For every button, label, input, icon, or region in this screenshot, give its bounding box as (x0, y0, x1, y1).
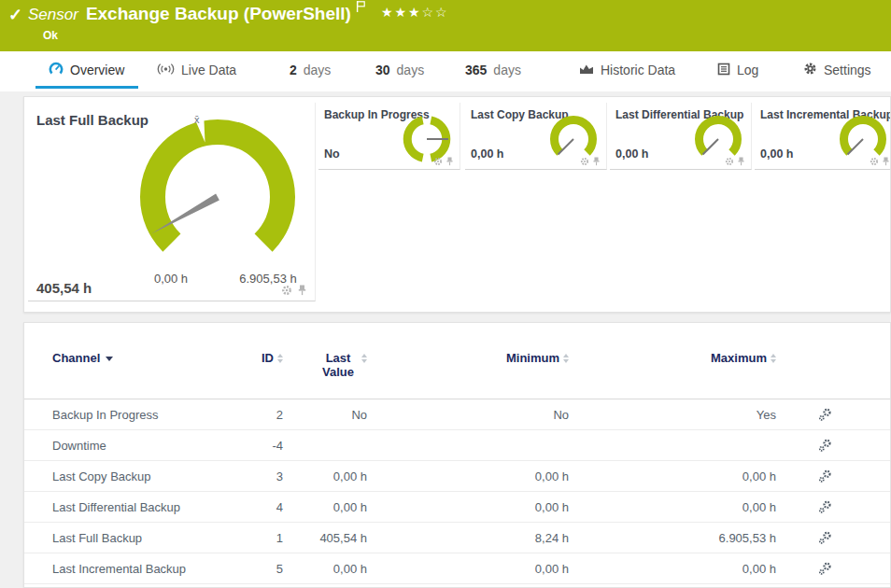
gear-icon[interactable] (281, 285, 292, 296)
channel-maximum: 0,00 h (569, 562, 776, 576)
active-tab-indicator (35, 86, 138, 89)
pin-icon[interactable] (297, 285, 307, 296)
channel-maximum: 0,00 h (569, 469, 776, 483)
channel-last-value: 0,00 h (283, 469, 367, 483)
channel-last-value: No (283, 408, 367, 422)
gauge-panel-last-incremental-backup[interactable]: Last Incremental Backup 0,00 h (755, 103, 891, 170)
column-label: Maximum (711, 351, 767, 365)
channel-id: 2 (236, 408, 283, 422)
pin-icon[interactable] (882, 157, 890, 166)
gauge-dial: x̄ (129, 108, 308, 269)
tab-label: Overview (70, 63, 124, 77)
channel-maximum: 0,00 h (569, 500, 776, 514)
tab-bar: Overview Live Data 2 days 30 days 365 da… (0, 51, 891, 91)
tab-label: Settings (824, 63, 871, 77)
column-header-last-value[interactable]: Last Value (283, 351, 367, 379)
area-chart-icon (579, 63, 594, 77)
tab-label: Log (737, 63, 758, 77)
table-row: Last Differential Backup 4 0,00 h 0,00 h… (24, 492, 890, 523)
pin-icon[interactable] (592, 157, 601, 166)
gauge-value: 0,00 h (760, 147, 793, 161)
tab-number: 2 (290, 63, 297, 77)
sort-icon (771, 351, 776, 365)
channel-maximum: 6.905,53 h (569, 531, 776, 545)
channel-settings-gears-icon[interactable] (818, 469, 832, 483)
sensor-header: ✓ Sensor Exchange Backup (PowerShell) ★★… (0, 0, 891, 51)
gauge-panel-last-differential-backup[interactable]: Last Differential Backup 0,00 h (610, 103, 752, 170)
column-header-channel[interactable]: Channel (24, 351, 236, 365)
channel-last-value: 0,00 h (283, 500, 367, 514)
gauge-value: 0,00 h (471, 147, 503, 161)
tab-label: days (397, 63, 425, 77)
tab-label: days (304, 63, 332, 77)
log-icon (717, 63, 730, 78)
channel-minimum: 8,24 h (367, 531, 569, 545)
flag-icon (356, 0, 366, 17)
gauge-value: No (324, 147, 340, 161)
channel-settings-gears-icon[interactable] (818, 562, 832, 575)
tab-30-days[interactable]: 30 days (375, 57, 424, 83)
stars-filled[interactable]: ★★★ (381, 5, 422, 20)
gauge-value: 0,00 h (615, 147, 648, 161)
pin-icon[interactable] (446, 157, 454, 166)
table-row: Downtime -4 (24, 430, 890, 461)
gauges-panel: Last Full Backup x̄ 0,00 h 6.905,53 h 40… (23, 96, 891, 313)
tab-historic-data[interactable]: Historic Data (579, 57, 675, 83)
table-header-row: Channel ID Last Value Minimum Maximum (24, 323, 890, 399)
column-header-minimum[interactable]: Minimum (367, 351, 569, 365)
gear-icon[interactable] (580, 157, 589, 166)
tab-overview[interactable]: Overview (49, 57, 124, 83)
tab-label: Historic Data (601, 63, 675, 77)
gauge-panel-last-full-backup[interactable]: Last Full Backup x̄ 0,00 h 6.905,53 h 40… (28, 103, 316, 301)
channel-name: Last Copy Backup (24, 469, 236, 483)
channel-id: -4 (236, 439, 283, 453)
status-check-icon: ✓ (8, 5, 22, 25)
column-label: Minimum (506, 351, 559, 365)
channel-minimum: No (367, 408, 569, 422)
channel-maximum: Yes (569, 408, 776, 422)
channel-name: Last Differential Backup (24, 500, 236, 514)
channel-settings-gears-icon[interactable] (818, 500, 832, 513)
tab-log[interactable]: Log (717, 57, 758, 83)
panel-corner-icons (725, 157, 745, 166)
column-header-id[interactable]: ID (236, 351, 283, 365)
channel-name: Backup In Progress (24, 408, 236, 422)
tab-settings[interactable]: Settings (803, 57, 871, 83)
channel-settings-gears-icon[interactable] (818, 531, 832, 544)
tab-live-data[interactable]: Live Data (157, 57, 236, 83)
tab-number: 365 (465, 63, 487, 77)
channel-last-value: 0,00 h (283, 562, 367, 576)
gauge-scale-min: 0,00 h (141, 272, 201, 286)
channel-settings-gears-icon[interactable] (818, 439, 832, 452)
channel-id: 1 (236, 531, 283, 545)
gear-icon[interactable] (725, 157, 734, 166)
tab-365-days[interactable]: 365 days (465, 57, 521, 83)
gauge-value: 405,54 h (36, 280, 92, 296)
channel-table-panel: Channel ID Last Value Minimum Maximum Ba… (23, 322, 891, 588)
column-header-maximum[interactable]: Maximum (569, 351, 776, 365)
tab-2-days[interactable]: 2 days (290, 57, 331, 83)
table-row: Backup In Progress 2 No No Yes (24, 399, 890, 430)
tab-label: Live Data (181, 63, 236, 77)
channel-name: Last Incremental Backup (24, 562, 236, 576)
gauge-panel-backup-in-progress[interactable]: Backup In Progress No (318, 103, 460, 170)
table-row: Last Incremental Backup 5 0,00 h 0,00 h … (24, 553, 890, 584)
channel-name: Downtime (24, 439, 236, 453)
sort-active-icon (106, 357, 113, 361)
page-title: Exchange Backup (PowerShell) (86, 4, 351, 24)
column-label: Channel (52, 351, 100, 365)
channel-name: Last Full Backup (24, 531, 236, 545)
column-label: ID (262, 351, 274, 365)
table-row: Last Copy Backup 3 0,00 h 0,00 h 0,00 h (24, 461, 890, 492)
pin-icon[interactable] (737, 157, 745, 166)
channel-minimum: 0,00 h (367, 562, 569, 576)
priority-stars[interactable]: ★★★☆☆ (381, 5, 449, 20)
gear-icon[interactable] (870, 157, 879, 166)
sensor-type-label: Sensor (28, 6, 78, 24)
gauge-panel-last-copy-backup[interactable]: Last Copy Backup 0,00 h (465, 103, 607, 170)
status-badge: Ok (43, 29, 58, 42)
channel-settings-gears-icon[interactable] (818, 408, 832, 421)
gear-icon[interactable] (433, 157, 443, 166)
stars-empty[interactable]: ☆☆ (422, 5, 449, 20)
average-marker-label: x̄ (194, 114, 200, 125)
